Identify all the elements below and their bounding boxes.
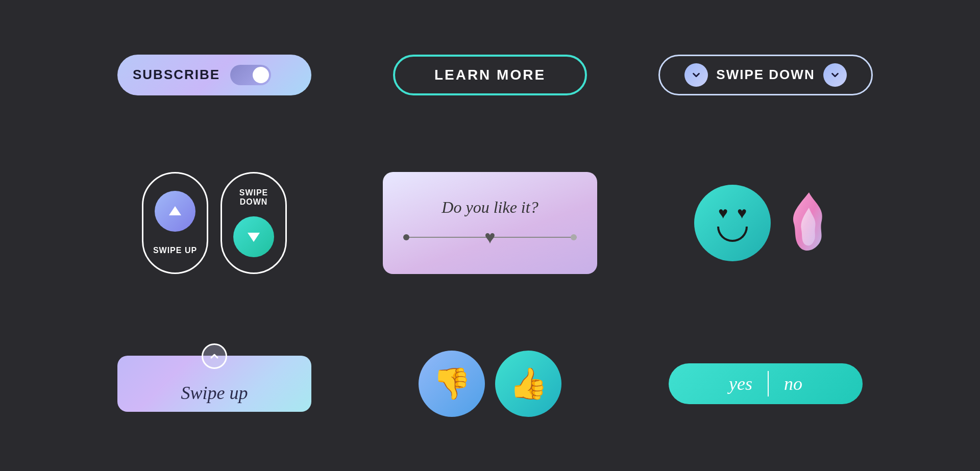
swipe-down-pill-label: SWIPE DOWN — [227, 188, 280, 207]
swipe-down-arrow-icon — [233, 216, 274, 257]
chevron-left-icon — [684, 63, 708, 87]
main-canvas: SUBSCRIBE LEARN MORE SWIPE DOWN — [97, 27, 883, 445]
swipe-up-pill[interactable]: SWIPE UP — [142, 172, 208, 274]
heart-eye-right: ♥ — [737, 204, 747, 222]
toggle-thumb — [253, 67, 269, 83]
swipe-up-arrow-icon — [155, 191, 195, 232]
swipe-up-circle-icon — [202, 343, 227, 369]
slider-dot-left — [403, 234, 409, 240]
yes-no-button[interactable]: yes no — [669, 363, 863, 404]
swipe-down-pill[interactable]: SWIPE DOWN — [220, 172, 287, 274]
emoji-fire-group: ♥ ♥ — [694, 185, 837, 261]
swipe-up-label: SWIPE UP — [153, 246, 197, 255]
swipe-down-top-label: SWIPE DOWN — [716, 67, 815, 83]
swipe-pills-group: SWIPE UP SWIPE DOWN — [142, 172, 287, 274]
swipe-down-top-button[interactable]: SWIPE DOWN — [658, 55, 873, 95]
do-you-like-card[interactable]: Do you like it? ♥ — [383, 172, 597, 274]
learn-more-label: LEARN MORE — [434, 67, 546, 83]
do-you-like-text: Do you like it? — [442, 198, 538, 217]
heart-slider[interactable]: ♥ — [403, 227, 577, 247]
heart-eye-left: ♥ — [718, 204, 728, 222]
learn-more-button[interactable]: LEARN MORE — [393, 55, 587, 95]
swipe-up-script-label: Swipe up — [181, 382, 248, 404]
heart-eyes: ♥ ♥ — [718, 204, 747, 222]
subscribe-label: SUBSCRIBE — [133, 67, 220, 83]
svg-marker-0 — [169, 206, 181, 215]
emoji-face-inner: ♥ ♥ — [694, 185, 771, 261]
thumbs-up-icon: 👍 — [509, 365, 548, 402]
thumbs-down-button[interactable]: 👎 — [419, 351, 485, 417]
yes-label: yes — [714, 373, 768, 394]
subscribe-toggle[interactable]: SUBSCRIBE — [117, 55, 311, 95]
swipe-up-gradient-button[interactable]: Swipe up — [117, 356, 311, 412]
smile-icon — [717, 227, 748, 242]
thumbs-down-icon: 👎 — [433, 365, 471, 402]
toggle-track[interactable] — [230, 65, 271, 85]
heart-eyes-emoji: ♥ ♥ — [694, 185, 771, 261]
no-label: no — [769, 373, 818, 394]
thumbs-up-button[interactable]: 👍 — [495, 351, 561, 417]
fire-icon — [781, 185, 837, 261]
slider-heart-icon: ♥ — [484, 227, 495, 248]
thumbs-group: 👎 👍 — [419, 351, 561, 417]
slider-dot-right — [571, 234, 577, 240]
chevron-right-icon — [823, 63, 847, 87]
svg-marker-1 — [248, 233, 260, 242]
